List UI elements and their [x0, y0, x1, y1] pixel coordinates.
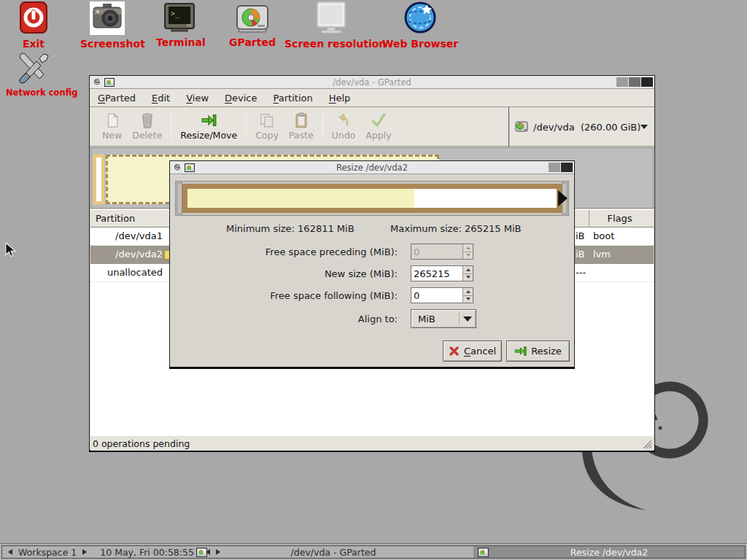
cancel-button[interactable]: Cancel	[443, 341, 502, 362]
spin-down-icon	[463, 274, 473, 281]
new-button[interactable]: New	[97, 110, 127, 143]
desktop-icon-label: Exit	[12, 38, 55, 50]
delete-button[interactable]: Delete	[127, 110, 167, 143]
workspace-prev-icon[interactable]	[8, 549, 12, 555]
copy-button[interactable]: Copy	[250, 110, 284, 143]
column-flags[interactable]: Flags	[589, 213, 651, 224]
gparted-titlebar[interactable]: /dev/vda - GParted	[90, 76, 654, 89]
partition-name: unallocated	[90, 267, 163, 278]
workspace-label[interactable]: Workspace 1	[18, 547, 77, 558]
partition-size-fragment: iB	[576, 230, 585, 241]
partition-name: /dev/vda2	[90, 249, 163, 260]
partition-flags: lvm	[593, 249, 611, 260]
desktop-icon-label: Terminal	[156, 36, 203, 48]
maximum-size-label: Maximum size: 265215 MiB	[390, 223, 521, 234]
desktop: Exit Screenshot >_ Terminal	[0, 0, 747, 560]
desktop-icon-label: Network config	[6, 88, 64, 98]
resize-arrow-icon	[514, 345, 527, 357]
partition-name: /dev/vda1	[90, 230, 163, 241]
disk-icon	[236, 4, 269, 34]
chevron-down-icon	[640, 125, 648, 129]
spin-up-icon	[463, 266, 473, 274]
menu-device[interactable]: Device	[217, 89, 265, 106]
power-icon	[18, 1, 49, 35]
device-disk-icon	[515, 121, 528, 133]
desktop-icon-screen-resolution[interactable]: Screen resolution	[285, 1, 378, 50]
minimize-button[interactable]	[616, 77, 628, 87]
spin-stepper[interactable]	[462, 266, 473, 281]
partition-flags: boot	[593, 230, 614, 241]
menu-help[interactable]: Help	[321, 89, 359, 106]
close-button[interactable]	[641, 77, 653, 87]
free-space-following-input[interactable]	[411, 288, 462, 303]
workspace-next-icon[interactable]	[82, 549, 87, 555]
menu-edit[interactable]: Edit	[144, 89, 178, 106]
taskbar-task-gparted[interactable]: /dev/vda - GParted	[193, 546, 473, 558]
paste-icon	[293, 112, 309, 128]
paste-button[interactable]: Paste	[284, 110, 319, 143]
spin-stepper	[462, 244, 473, 259]
spin-stepper[interactable]	[462, 288, 473, 303]
desktop-icon-label: Web Browser	[382, 38, 458, 50]
new-size-input[interactable]	[411, 266, 462, 281]
align-to-value: MiB	[411, 314, 459, 324]
gparted-app-icon	[196, 548, 207, 557]
globe-icon	[402, 1, 438, 35]
spin-down-icon	[463, 296, 473, 303]
free-space-following-spinbox[interactable]	[411, 287, 473, 303]
viz-partition-vda1[interactable]	[93, 155, 104, 204]
maximize-button[interactable]	[629, 77, 640, 87]
free-space-preceding-label: Free space preceding (MiB):	[170, 246, 398, 257]
resize-slider[interactable]	[175, 181, 569, 216]
free-space-following-label: Free space following (MiB):	[170, 290, 398, 301]
apply-button[interactable]: Apply	[360, 110, 396, 143]
desktop-icon-label: GParted	[229, 36, 276, 48]
resize-button[interactable]: Resize	[506, 341, 570, 362]
mouse-cursor	[4, 243, 18, 257]
taskbar: Workspace 1 10 May, Fri 00:58:55 /dev/vd…	[0, 543, 747, 560]
cancel-x-icon	[449, 346, 460, 357]
desktop-icon-label: Screenshot	[80, 38, 134, 50]
new-size-spinbox[interactable]	[411, 265, 473, 281]
menu-gparted[interactable]: GParted	[90, 89, 144, 106]
close-button[interactable]	[561, 163, 573, 172]
apply-icon	[371, 112, 387, 128]
desktop-icon-label: Screen resolution	[285, 38, 378, 50]
device-selector-value: /dev/vda (260.00 GiB)	[533, 122, 640, 133]
free-space-preceding-spinbox	[411, 244, 473, 260]
slider-resize-handle-icon[interactable]	[558, 190, 568, 206]
terminal-icon: >_	[163, 3, 196, 34]
align-to-dropdown[interactable]: MiB	[411, 309, 476, 328]
desktop-icon-exit[interactable]: Exit	[12, 1, 55, 50]
status-text: 0 operations pending	[93, 438, 190, 449]
slider-frame	[182, 184, 562, 213]
menu-view[interactable]: View	[178, 89, 217, 106]
slider-left-grip[interactable]	[177, 182, 182, 214]
new-icon	[104, 112, 120, 128]
desktop-icon-gparted[interactable]: GParted	[229, 4, 276, 48]
desktop-icon-terminal[interactable]: >_ Terminal	[156, 3, 203, 48]
toolbar-separator	[171, 113, 171, 141]
task-title: Resize /dev/vda2	[473, 547, 745, 558]
resize-move-button[interactable]: Resize/Move	[175, 110, 242, 143]
dialog-titlebar[interactable]: Resize /dev/vda2	[170, 161, 574, 174]
resize-grip-icon[interactable]	[641, 438, 652, 449]
menu-partition[interactable]: Partition	[266, 89, 321, 106]
desktop-icon-screenshot[interactable]: Screenshot	[80, 1, 134, 50]
desktop-icon-web-browser[interactable]: Web Browser	[382, 1, 458, 50]
resize-dialog: Resize /dev/vda2 Minimum size: 162811 Mi…	[169, 160, 575, 369]
column-partition[interactable]: Partition	[96, 213, 135, 224]
maximize-button[interactable]	[549, 163, 560, 172]
partition-size-fragment: ---	[576, 267, 586, 278]
menubar: GParted Edit View Device Partition Help	[90, 89, 654, 107]
resize-move-icon	[201, 112, 217, 128]
tools-icon	[15, 51, 55, 85]
minimum-size-label: Minimum size: 162811 MiB	[226, 223, 355, 234]
device-selector[interactable]: /dev/vda (260.00 GiB)	[508, 107, 654, 147]
task-title: /dev/vda - GParted	[193, 547, 473, 558]
desktop-icon-network-config[interactable]: Network config	[6, 51, 64, 98]
taskbar-task-resize-dialog[interactable]: Resize /dev/vda2	[473, 546, 745, 558]
chevron-down-icon	[460, 316, 476, 322]
undo-button[interactable]: Undo	[327, 110, 361, 143]
status-bar: 0 operations pending	[90, 435, 654, 451]
